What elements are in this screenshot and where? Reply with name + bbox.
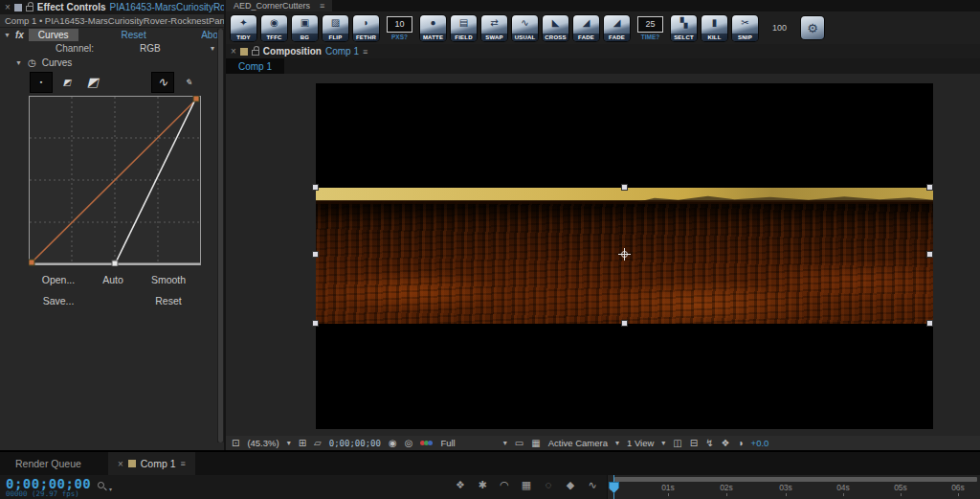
time-input[interactable]: 25 bbox=[637, 16, 663, 33]
current-time-display[interactable]: 0;00;00;00 00000 (29.97 fps) bbox=[6, 476, 91, 498]
about-effect-button[interactable]: Abo bbox=[201, 30, 218, 40]
composition-viewer[interactable] bbox=[226, 74, 980, 436]
auto-keyframe-icon[interactable]: ◆ bbox=[564, 479, 577, 491]
selection-handle[interactable] bbox=[621, 184, 628, 191]
flip-button[interactable]: ▨FLIP bbox=[323, 15, 348, 41]
select-button[interactable]: ▚SELCT bbox=[671, 15, 697, 41]
swap-button[interactable]: ⇄SWAP bbox=[481, 15, 507, 41]
resolution-dropdown[interactable]: Full bbox=[440, 438, 455, 448]
view-count-dropdown[interactable]: 1 View bbox=[627, 438, 654, 448]
lock-icon[interactable] bbox=[252, 50, 259, 56]
pixel-aspect-correction-icon[interactable]: ⊟ bbox=[690, 438, 698, 448]
selection-handle[interactable] bbox=[312, 320, 319, 327]
settings-button[interactable]: ⚙ bbox=[801, 16, 824, 39]
panel-menu-icon[interactable]: ≡ bbox=[181, 459, 186, 468]
frame-blending-icon[interactable]: ▦ bbox=[520, 479, 533, 491]
panel-grip-icon[interactable] bbox=[240, 48, 248, 56]
scrollbar[interactable] bbox=[217, 29, 224, 442]
reset-exposure-icon[interactable]: ◑ bbox=[738, 438, 744, 448]
tab-aed-cornercutters[interactable]: AED_CornerCutters ≡ bbox=[226, 0, 332, 11]
tab-render-queue[interactable]: Render Queue bbox=[0, 452, 97, 475]
smooth-button[interactable]: Smooth bbox=[140, 274, 197, 285]
draft-3d-icon[interactable]: ✱ bbox=[476, 479, 489, 491]
fade-in-button[interactable]: ◢FADE bbox=[573, 15, 599, 41]
open-button[interactable]: Open... bbox=[31, 274, 86, 285]
selection-handle[interactable] bbox=[926, 184, 933, 191]
selection-handle[interactable] bbox=[926, 251, 933, 258]
fast-previews-icon[interactable]: ↯ bbox=[705, 438, 713, 448]
panel-title[interactable]: Composition bbox=[263, 46, 322, 57]
scale-value[interactable]: 100 bbox=[772, 23, 787, 33]
effect-name[interactable]: Curves bbox=[29, 29, 78, 41]
tidy-button[interactable]: ✦TIDY bbox=[231, 15, 256, 41]
panel-grip-icon[interactable] bbox=[14, 4, 22, 11]
feather-button[interactable]: ◗FETHR bbox=[353, 15, 379, 41]
search-input[interactable]: ▾ bbox=[98, 482, 117, 493]
close-icon[interactable]: × bbox=[118, 459, 123, 469]
mask-visibility-icon[interactable]: ▱ bbox=[314, 438, 322, 448]
tffc-button[interactable]: ◉TFFC bbox=[261, 15, 287, 41]
fade-out-button[interactable]: ◢FADE bbox=[604, 15, 630, 41]
channels-icon[interactable] bbox=[420, 441, 433, 445]
selection-handle[interactable] bbox=[312, 251, 319, 258]
curve-tool-button[interactable]: ∿ bbox=[152, 73, 173, 92]
auto-button[interactable]: Auto bbox=[87, 274, 139, 285]
kill-button[interactable]: ▮KILL bbox=[702, 15, 727, 41]
close-icon[interactable]: × bbox=[5, 2, 11, 12]
flowchart-icon[interactable]: ❖ bbox=[722, 438, 730, 448]
region-of-interest-icon[interactable]: ▭ bbox=[515, 438, 523, 448]
composition-frame[interactable] bbox=[316, 83, 933, 429]
zoom-level-dropdown[interactable]: (45.3%) bbox=[247, 438, 278, 448]
bg-button[interactable]: ▣BG bbox=[292, 15, 318, 41]
curves-graph[interactable] bbox=[29, 96, 201, 268]
view-layout-icon[interactable]: ◫ bbox=[673, 438, 681, 448]
usual-button[interactable]: ∿USUAL bbox=[512, 15, 538, 41]
viewer-timecode[interactable]: 0;00;00;00 bbox=[329, 439, 381, 448]
motion-blur-icon[interactable]: ◌ bbox=[542, 479, 555, 491]
snip-button[interactable]: ✂SNIP bbox=[732, 15, 758, 41]
hide-shy-layers-icon[interactable]: ◠ bbox=[498, 479, 511, 491]
reset-curve-button[interactable]: Reset bbox=[140, 295, 197, 306]
tab-timeline-comp-1[interactable]: × Comp 1 ≡ bbox=[108, 452, 195, 475]
graph-editor-icon[interactable]: ∿ bbox=[586, 479, 599, 491]
pixels-input[interactable]: 10 bbox=[387, 16, 412, 33]
collapse-triangle-icon[interactable]: ▼ bbox=[15, 59, 22, 66]
lock-icon[interactable] bbox=[26, 6, 33, 11]
magnification-icon[interactable]: ⊡ bbox=[232, 438, 239, 448]
reset-effect-button[interactable]: Reset bbox=[122, 30, 146, 40]
save-button[interactable]: Save... bbox=[31, 295, 86, 306]
channel-value-dropdown[interactable]: RGB bbox=[140, 43, 161, 54]
mini-flowchart-icon[interactable]: ❖ bbox=[454, 479, 467, 491]
safe-margins-icon[interactable]: ⊞ bbox=[299, 438, 306, 448]
chevron-down-icon[interactable]: ▾ bbox=[615, 439, 619, 447]
panel-menu-icon[interactable]: ≡ bbox=[363, 47, 368, 57]
selection-handle[interactable] bbox=[621, 320, 628, 327]
chevron-down-icon[interactable]: ▾ bbox=[211, 44, 214, 53]
chevron-down-icon[interactable]: ▾ bbox=[503, 439, 507, 447]
stopwatch-icon[interactable]: ◷ bbox=[28, 57, 36, 68]
selection-handle[interactable] bbox=[926, 320, 933, 327]
close-icon[interactable]: × bbox=[231, 46, 236, 57]
curve-size-medium-button[interactable]: ◩ bbox=[56, 73, 78, 92]
collapse-triangle-icon[interactable]: ▼ bbox=[4, 32, 11, 38]
selection-handle[interactable] bbox=[312, 184, 319, 191]
fx-icon[interactable]: fx bbox=[15, 30, 24, 40]
show-snapshot-icon[interactable]: ◎ bbox=[405, 438, 413, 448]
matte-button[interactable]: ●MATTE bbox=[420, 15, 446, 41]
curve-size-large-button[interactable]: ◩ bbox=[82, 73, 103, 92]
chevron-down-icon[interactable]: ▾ bbox=[287, 439, 291, 447]
exposure-value[interactable]: +0.0 bbox=[751, 438, 769, 448]
snapshot-icon[interactable]: ◉ bbox=[389, 438, 397, 448]
chevron-down-icon[interactable]: ▾ bbox=[661, 439, 665, 447]
pencil-tool-button[interactable]: ✎ bbox=[178, 73, 199, 92]
transparency-grid-icon[interactable]: ▦ bbox=[531, 438, 540, 448]
anchor-point[interactable] bbox=[618, 248, 631, 261]
time-ruler[interactable]: 0s 01s 02s 03s 04s 05s 06s bbox=[607, 475, 980, 499]
cross-button[interactable]: ◣CROSS bbox=[543, 15, 568, 41]
work-area-bar[interactable] bbox=[614, 477, 977, 482]
active-camera-dropdown[interactable]: Active Camera bbox=[548, 438, 608, 448]
tab-comp-1[interactable]: Comp 1 bbox=[226, 58, 284, 74]
curve-size-small-button[interactable]: ▪ bbox=[31, 73, 52, 92]
panel-menu-icon[interactable]: ≡ bbox=[320, 1, 324, 11]
panel-title[interactable]: Effect Controls bbox=[37, 2, 106, 12]
